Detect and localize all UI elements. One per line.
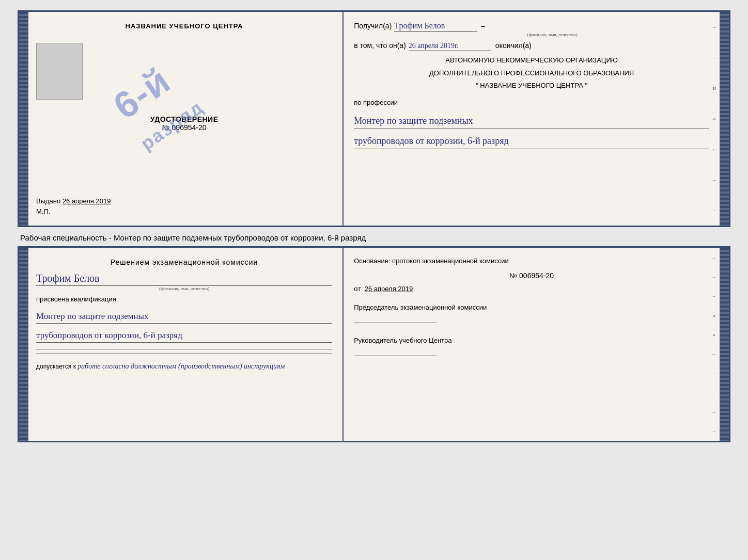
head-section: Руководитель учебного Центра <box>354 336 709 364</box>
mp-label: М.П. <box>36 207 50 215</box>
side-decoration-right: ––иа←–– <box>709 12 720 226</box>
issued-date: Выдано 26 апреля 2019 <box>36 197 111 205</box>
profession-line1: Монтер по защите подземных <box>354 113 709 130</box>
side-decoration-bottom-right: –––иа←–––– <box>708 248 720 441</box>
issued-date-value: 26 апреля 2019 <box>63 197 111 205</box>
allowed-row: допускается к работе согласно должностны… <box>36 362 332 371</box>
stamp-text: 6-й разряд <box>107 54 208 156</box>
in-that-label: в том, что он(а) <box>354 41 406 50</box>
head-sig-line <box>354 356 437 356</box>
chairman-label: Председатель экзаменационной комиссии <box>354 303 709 312</box>
org-line2: ДОПОЛНИТЕЛЬНОГО ПРОФЕССИОНАЛЬНОГО ОБРАЗО… <box>354 68 709 78</box>
profession-line2: трубопроводов от коррозии, 6-й разряд <box>354 133 709 150</box>
profession-text-line2: трубопроводов от коррозии, 6-й разряд <box>354 134 709 149</box>
chairman-sig-line <box>354 323 437 323</box>
allowed-label: допускается к <box>36 363 76 370</box>
qualification-line1: Монтер по защите подземных <box>36 308 332 325</box>
received-label: Получил(а) <box>354 22 392 30</box>
stamp-overlay: 6-й разряд <box>70 38 245 172</box>
decision-title: Решением экзаменационной комиссии <box>36 258 332 266</box>
qual-text-line1: Монтер по защите подземных <box>36 309 332 324</box>
qualification-label: присвоена квалификация <box>36 295 332 303</box>
spine-decoration-bottom-left <box>19 248 28 441</box>
cert-left-panel: НАЗВАНИЕ УЧЕБНОГО ЦЕНТРА УДОСТОВЕРЕНИЕ №… <box>28 12 344 226</box>
bottom-recipient-name: Трофим Белов <box>36 273 332 284</box>
from-label: от <box>354 285 361 293</box>
left-title: НАЗВАНИЕ УЧЕБНОГО ЦЕНТРА <box>126 22 243 30</box>
received-row: Получил(а) Трофим Белов – <box>354 21 709 31</box>
name-subtitle-top: (фамилия, имя, отчество) <box>395 32 709 37</box>
from-date-row: от 26 апреля 2019 <box>354 285 709 293</box>
dash-line-1 <box>36 349 332 349</box>
org-line1: АВТОНОМНУЮ НЕКОММЕРЧЕСКУЮ ОРГАНИЗАЦИЮ <box>354 55 709 66</box>
cert-number: № 006954-20 <box>150 123 219 132</box>
bottom-name-subtitle: (фамилия, имя, отчество) <box>36 286 332 291</box>
chairman-section: Председатель экзаменационной комиссии <box>354 303 709 331</box>
qualification-line2: трубопроводов от коррозии, 6-й разряд <box>36 327 332 344</box>
photo-placeholder <box>36 43 83 100</box>
spine-decoration-left <box>19 12 28 226</box>
allowed-text: работе согласно должностным (производств… <box>77 362 285 370</box>
specialty-text: Рабочая специальность - Монтер по защите… <box>18 233 730 242</box>
profession-text-line1: Монтер по защите подземных <box>354 114 709 129</box>
bottom-cert-number: № 006954-20 <box>354 271 709 280</box>
issued-date-label: Выдано <box>36 197 60 205</box>
certificate-bottom: Решением экзаменационной комиссии Трофим… <box>18 246 730 442</box>
date-row: в том, что он(а) 26 апреля 2019г. окончи… <box>354 41 709 51</box>
udost-label: УДОСТОВЕРЕНИЕ <box>150 115 219 123</box>
finished-label: окончил(а) <box>495 41 532 50</box>
dash-line-2 <box>36 354 332 354</box>
certificate-top: НАЗВАНИЕ УЧЕБНОГО ЦЕНТРА УДОСТОВЕРЕНИЕ №… <box>18 10 730 227</box>
org-name: " НАЗВАНИЕ УЧЕБНОГО ЦЕНТРА " <box>354 81 709 91</box>
spine-decoration-right <box>720 12 729 226</box>
from-date: 26 апреля 2019 <box>365 285 413 293</box>
cert-right-panel: Получил(а) Трофим Белов – (фамилия, имя,… <box>344 12 720 226</box>
qual-text-line2: трубопроводов от коррозии, 6-й разряд <box>36 328 332 343</box>
basis-label: Основание: протокол экзаменационной коми… <box>354 257 709 265</box>
cert-bottom-left: Решением экзаменационной комиссии Трофим… <box>28 248 344 441</box>
cert-block: УДОСТОВЕРЕНИЕ № 006954-20 <box>150 115 219 132</box>
recipient-name: Трофим Белов <box>394 21 477 31</box>
date-handwritten: 26 апреля 2019г. <box>409 42 491 51</box>
spine-decoration-bottom-right-outer <box>720 248 729 441</box>
cert-bottom-right: Основание: протокол экзаменационной коми… <box>344 248 720 441</box>
head-label: Руководитель учебного Центра <box>354 336 709 345</box>
profession-label: по профессии <box>354 98 709 108</box>
